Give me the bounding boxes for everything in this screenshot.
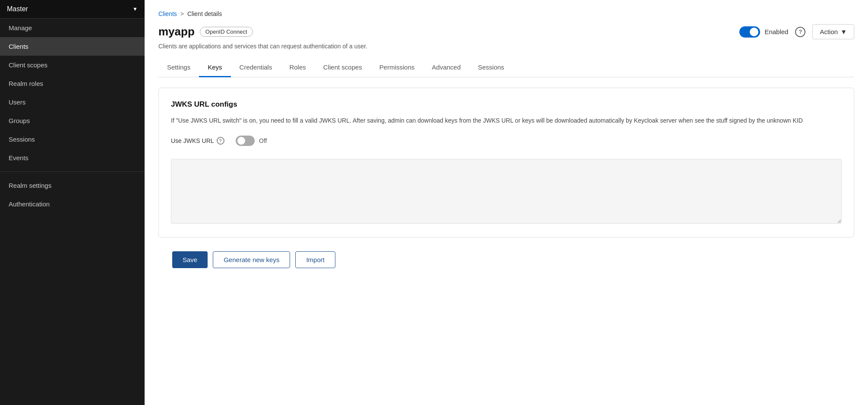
sidebar-item-authentication[interactable]: Authentication	[0, 195, 145, 213]
enabled-label: Enabled	[764, 28, 788, 35]
breadcrumb-clients-link[interactable]: Clients	[158, 10, 177, 17]
breadcrumb: Clients > Client details	[158, 10, 854, 17]
sidebar-divider	[0, 171, 145, 172]
main-content: Clients > Client details myapp OpenID Co…	[145, 0, 868, 405]
page-title: myapp	[158, 25, 195, 38]
tab-settings[interactable]: Settings	[158, 58, 199, 77]
header-actions: Enabled ? Action ▼	[739, 24, 854, 39]
jwks-content-area[interactable]	[171, 159, 842, 224]
tab-roles[interactable]: Roles	[281, 58, 314, 77]
realm-selector[interactable]: Master ▼	[0, 0, 145, 19]
enabled-toggle-container: Enabled	[739, 26, 788, 38]
sidebar-item-events[interactable]: Events	[0, 149, 145, 167]
card-description: If "Use JWKS URL switch" is on, you need…	[171, 116, 842, 125]
sidebar-item-users[interactable]: Users	[0, 93, 145, 111]
sidebar-item-realm-roles[interactable]: Realm roles	[0, 74, 145, 93]
save-button[interactable]: Save	[172, 251, 208, 268]
tab-advanced[interactable]: Advanced	[423, 58, 470, 77]
sidebar: Master ▼ Manage Clients Client scopes Re…	[0, 0, 145, 405]
breadcrumb-separator: >	[180, 10, 184, 17]
use-jwks-label-text: Use JWKS URL	[171, 137, 214, 144]
form-buttons: Save Generate new keys Import	[158, 251, 854, 268]
use-jwks-url-row: Use JWKS URL ? Off	[171, 136, 842, 146]
header-help-icon[interactable]: ?	[795, 27, 805, 37]
realm-dropdown-icon: ▼	[133, 6, 138, 12]
sidebar-item-clients[interactable]: Clients	[0, 37, 145, 56]
enabled-toggle[interactable]	[739, 26, 760, 38]
action-button[interactable]: Action ▼	[812, 24, 854, 39]
use-jwks-label: Use JWKS URL ?	[171, 137, 231, 145]
toggle-off-label: Off	[259, 137, 267, 144]
tab-permissions[interactable]: Permissions	[371, 58, 423, 77]
breadcrumb-current: Client details	[187, 10, 222, 17]
page-subtitle: Clients are applications and services th…	[158, 43, 854, 50]
tab-sessions[interactable]: Sessions	[469, 58, 513, 77]
sidebar-item-manage[interactable]: Manage	[0, 19, 145, 37]
sidebar-item-groups[interactable]: Groups	[0, 111, 145, 130]
use-jwks-toggle[interactable]	[236, 136, 255, 146]
client-type-badge: OpenID Connect	[200, 27, 253, 37]
sidebar-item-client-scopes[interactable]: Client scopes	[0, 56, 145, 74]
tab-client-scopes[interactable]: Client scopes	[315, 58, 371, 77]
tab-credentials[interactable]: Credentials	[231, 58, 281, 77]
jwks-config-card: JWKS URL configs If "Use JWKS URL switch…	[158, 88, 854, 237]
import-button[interactable]: Import	[295, 251, 335, 268]
action-dropdown-icon: ▼	[840, 28, 847, 35]
tabs: Settings Keys Credentials Roles Client s…	[158, 58, 854, 77]
card-title: JWKS URL configs	[171, 100, 842, 109]
generate-new-keys-button[interactable]: Generate new keys	[213, 251, 290, 268]
page-header: myapp OpenID Connect Enabled ? Action ▼	[158, 24, 854, 39]
action-button-label: Action	[820, 28, 838, 35]
sidebar-item-sessions[interactable]: Sessions	[0, 130, 145, 149]
sidebar-item-realm-settings[interactable]: Realm settings	[0, 176, 145, 195]
use-jwks-help-icon[interactable]: ?	[217, 137, 224, 145]
tab-keys[interactable]: Keys	[199, 58, 230, 77]
realm-name: Master	[7, 5, 28, 13]
